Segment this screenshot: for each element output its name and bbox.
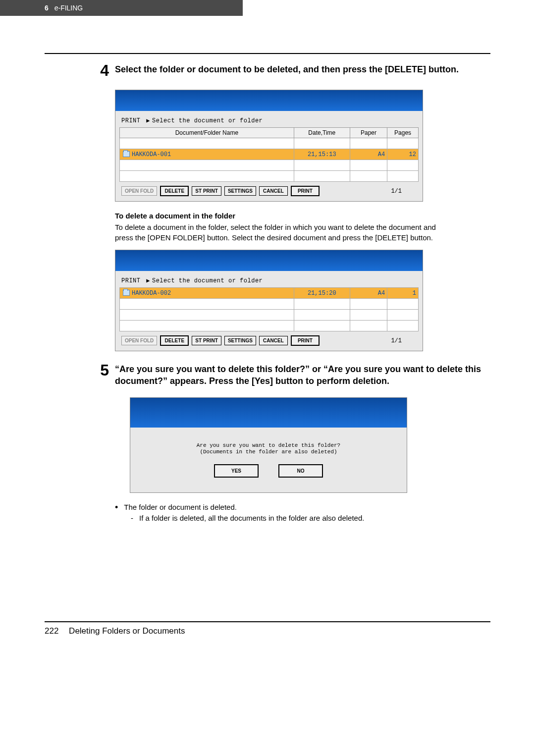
button-row: OPEN FOLD DELETE ST PRINT SETTINGS CANCE… [119, 182, 419, 197]
th-pages: Pages [387, 128, 419, 138]
confirm-line2: (Documents in the folder are also delete… [200, 449, 337, 455]
top-divider [45, 53, 490, 54]
sub-title: To delete a document in the folder [115, 212, 446, 220]
step-text: Select the folder or document to be dele… [115, 61, 459, 80]
table-row[interactable] [120, 310, 419, 321]
row-pages: 12 [387, 149, 419, 160]
page-footer: 222 Deleting Folders or Documents [0, 621, 535, 646]
cancel-button[interactable]: CANCEL [259, 186, 288, 196]
sub-section: To delete a document in the folder To de… [115, 212, 446, 243]
header-section: e-FILING [54, 4, 83, 12]
button-row: OPEN FOLD DELETE ST PRINT SETTINGS CANCE… [119, 331, 419, 347]
screenshot-titlebar [130, 398, 407, 428]
bullet-list: • The folder or document is deleted. - I… [115, 503, 490, 522]
settings-button[interactable]: SETTINGS [224, 336, 256, 345]
sub-para: To delete a document in the folder, sele… [115, 222, 446, 243]
row-pages: 1 [387, 288, 419, 299]
screenshot-titlebar [115, 90, 423, 111]
document-table: HAKKODA-002 21,15:20 A4 1 [119, 287, 419, 331]
bullet-text: If a folder is deleted, all the document… [139, 514, 364, 522]
document-table: Document/Folder Name Date,Time Paper Pag… [119, 127, 419, 182]
prompt-left: PRINT [121, 117, 141, 124]
confirm-line1: Are you sure you want to delete this fol… [197, 442, 340, 448]
footer-title: Deleting Folders or Documents [69, 626, 185, 636]
document-icon [123, 290, 130, 296]
step-5: 5 “Are you sure you want to delete this … [45, 361, 490, 387]
table-row[interactable] [120, 299, 419, 310]
prompt-left: PRINT [121, 277, 141, 284]
screenshot-titlebar [115, 250, 423, 271]
table-row[interactable] [120, 160, 419, 171]
prompt-arrow-icon: ▶ [146, 277, 150, 284]
delete-button[interactable]: DELETE [160, 335, 189, 346]
screenshot-confirm-dialog: Are you sure you want to delete this fol… [130, 397, 407, 493]
screenshot-prompt: PRINT ▶Select the document or folder [119, 115, 419, 127]
screenshot-document-list: PRINT ▶Select the document or folder HAK… [115, 250, 423, 351]
st-print-button[interactable]: ST PRINT [192, 186, 221, 196]
cancel-button[interactable]: CANCEL [259, 336, 288, 345]
no-button[interactable]: NO [278, 464, 323, 478]
screenshot-prompt: PRINT ▶Select the document or folder [119, 275, 419, 287]
open-folder-button[interactable]: OPEN FOLD [121, 186, 157, 196]
delete-button[interactable]: DELETE [160, 186, 189, 196]
footer-page-num: 222 [45, 626, 58, 636]
table-row[interactable] [120, 171, 419, 182]
row-paper: A4 [350, 288, 387, 299]
print-button[interactable]: PRINT [291, 186, 320, 196]
table-row-selected[interactable]: HAKKODA-001 21,15:13 A4 12 [120, 149, 419, 160]
table-row-selected[interactable]: HAKKODA-002 21,15:20 A4 1 [120, 288, 419, 299]
table-header-row: Document/Folder Name Date,Time Paper Pag… [120, 128, 419, 138]
th-date: Date,Time [294, 128, 350, 138]
open-folder-button[interactable]: OPEN FOLD [121, 336, 157, 345]
th-paper: Paper [350, 128, 387, 138]
row-name: HAKKODA-002 [132, 290, 171, 297]
footer-divider [45, 621, 490, 622]
bullet-text: The folder or document is deleted. [124, 503, 237, 511]
screenshot-folder-list: PRINT ▶Select the document or folder Doc… [115, 90, 423, 202]
prompt-msg: Select the document or folder [152, 117, 263, 124]
bullet-icon: • [115, 503, 118, 512]
row-name: HAKKODA-001 [132, 151, 171, 158]
pager: 1/1 [391, 337, 402, 344]
st-print-button[interactable]: ST PRINT [192, 336, 221, 345]
settings-button[interactable]: SETTINGS [224, 186, 256, 196]
row-date: 21,15:20 [294, 288, 350, 299]
prompt-arrow-icon: ▶ [146, 117, 150, 124]
step-number: 5 [94, 361, 115, 387]
page-header: 6 e-FILING [0, 0, 243, 16]
print-button[interactable]: PRINT [291, 335, 320, 346]
table-row[interactable] [120, 138, 419, 149]
table-row[interactable] [120, 321, 419, 331]
row-paper: A4 [350, 149, 387, 160]
dash-icon: - [131, 514, 133, 522]
row-date: 21,15:13 [294, 149, 350, 160]
prompt-msg: Select the document or folder [152, 277, 263, 284]
header-page-num: 6 [45, 4, 49, 12]
folder-icon [123, 151, 130, 157]
step-4: 4 Select the folder or document to be de… [45, 61, 490, 80]
step-text: “Are you sure you want to delete this fo… [115, 361, 490, 387]
th-name: Document/Folder Name [120, 128, 294, 138]
confirm-text: Are you sure you want to delete this fol… [140, 442, 397, 455]
pager: 1/1 [391, 188, 402, 195]
yes-button[interactable]: YES [214, 464, 259, 478]
step-number: 4 [94, 61, 115, 80]
